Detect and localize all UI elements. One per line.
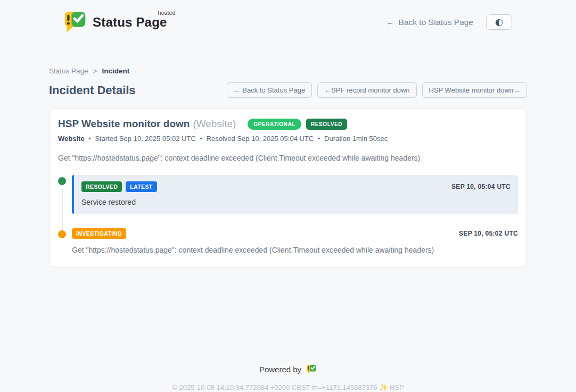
prev-incident-button[interactable]: ←SPF record monitor down (317, 82, 416, 98)
incident-nav-buttons: ← Back to Status Page ←SPF record monito… (227, 82, 527, 98)
timeline-item-investigating: INVESTIGATING SEP 10, 05:02 UTC Get "htt… (58, 228, 518, 254)
resolved-status-badge: RESOLVED (306, 119, 347, 130)
meta-started: Started Sep 10, 2025 05:02 UTC (95, 135, 195, 143)
header-back-link[interactable]: ← Back to Status Page (386, 18, 473, 27)
main-content: Status Page > Incident Incident Details … (49, 67, 527, 392)
logo-text: Status Page hosted (93, 15, 170, 30)
incident-description: Get "https://hostedstatus.page": context… (58, 154, 518, 162)
app-header: Status Page hosted ← Back to Status Page… (0, 0, 576, 40)
incident-meta: Website • Started Sep 10, 2025 05:02 UTC… (58, 135, 518, 143)
incident-title-row: HSP Website monitor down (Website) OPERA… (58, 118, 518, 130)
timeline-message: Get "https://hostedstatus.page": context… (72, 246, 518, 254)
timeline-timestamp: SEP 10, 05:04 UTC (451, 183, 511, 190)
operational-status-badge: OPERATIONAL (248, 119, 301, 130)
incident-timeline: RESOLVED LATEST SEP 10, 05:04 UTC Servic… (58, 175, 518, 254)
incident-title: HSP Website monitor down (58, 118, 190, 130)
powered-by-label: Powered by (259, 365, 301, 374)
statuspage-mini-logo-icon (306, 364, 317, 374)
next-incident-button[interactable]: HSP Website monitor down→ (422, 82, 527, 98)
bullet-separator: • (200, 135, 202, 143)
back-to-status-page-button[interactable]: ← Back to Status Page (227, 82, 312, 98)
timeline-dot-green (58, 177, 66, 185)
timeline-badges: INVESTIGATING (72, 228, 126, 239)
latest-badge: LATEST (126, 181, 157, 192)
breadcrumb-separator-icon: > (93, 67, 97, 75)
meta-resolved: Resolved Sep 10, 2025 05:04 UTC (207, 135, 314, 143)
timeline-entry-content: INVESTIGATING SEP 10, 05:02 UTC Get "htt… (72, 228, 518, 254)
timeline-badges: RESOLVED LATEST (81, 181, 157, 192)
title-row: Incident Details ← Back to Status Page ←… (49, 82, 527, 98)
timeline-entry-content: RESOLVED LATEST SEP 10, 05:04 UTC Servic… (72, 175, 518, 214)
timeline-entry-header: INVESTIGATING SEP 10, 05:02 UTC (72, 228, 518, 239)
meta-duration: Duration 1min 50sec (324, 135, 388, 143)
copyright-line: © 2025-10-08 14:10:34.772084 +0200 CEST … (49, 383, 527, 391)
investigating-badge: INVESTIGATING (72, 228, 126, 239)
site-footer: Powered by © 2025-10-08 14:10:34.772084 … (49, 364, 527, 392)
timeline-dot-orange (58, 230, 66, 238)
powered-by[interactable]: Powered by (49, 364, 527, 374)
breadcrumb-incident: Incident (102, 67, 129, 75)
theme-contrast-icon: ◐ (495, 18, 503, 27)
timeline-timestamp: SEP 10, 05:02 UTC (459, 230, 518, 237)
statuspage-logo[interactable]: Status Page hosted (63, 11, 170, 34)
back-arrow-icon: ← (386, 18, 394, 27)
timeline-entry-header: RESOLVED LATEST SEP 10, 05:04 UTC (81, 181, 511, 192)
incident-component: (Website) (193, 118, 236, 130)
timeline-item-resolved: RESOLVED LATEST SEP 10, 05:04 UTC Servic… (58, 175, 518, 214)
incident-card: HSP Website monitor down (Website) OPERA… (49, 109, 527, 268)
statuspage-logo-icon (63, 11, 87, 34)
logo-title: Status Page (93, 15, 167, 29)
back-link-label: Back to Status Page (399, 18, 473, 27)
bullet-separator: • (88, 135, 91, 143)
timeline-message: Service restored (81, 198, 511, 206)
page-title: Incident Details (49, 84, 136, 97)
bullet-separator: • (318, 135, 320, 143)
header-right: ← Back to Status Page ◐ (386, 14, 512, 30)
logo-hosted-badge: hosted (158, 10, 176, 16)
breadcrumb: Status Page > Incident (49, 67, 527, 75)
theme-toggle-button[interactable]: ◐ (486, 14, 512, 30)
breadcrumb-status-page[interactable]: Status Page (49, 67, 88, 75)
meta-component: Website (58, 135, 85, 143)
resolved-badge: RESOLVED (81, 181, 122, 192)
